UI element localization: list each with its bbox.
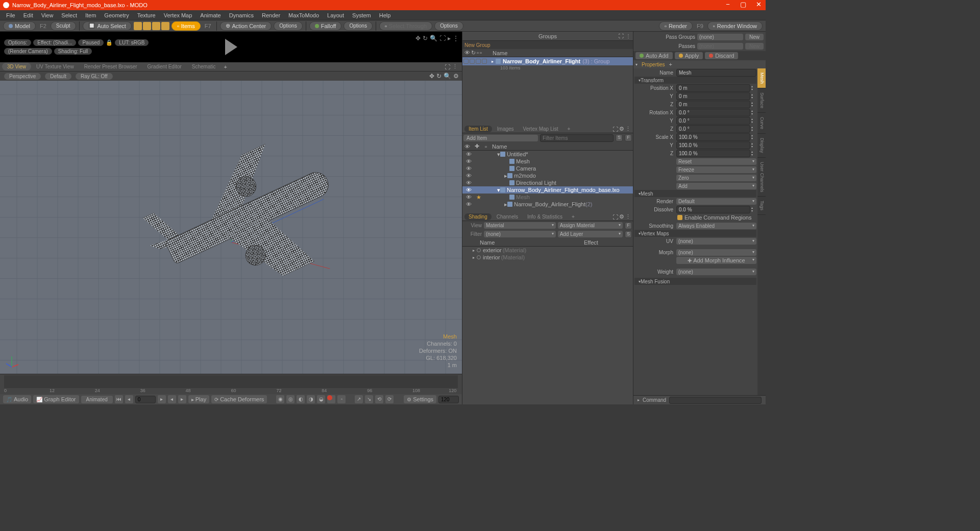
command-input[interactable] bbox=[669, 397, 762, 404]
morph-select[interactable]: (none) bbox=[676, 249, 756, 256]
eye-icon[interactable]: 👁 bbox=[463, 151, 474, 157]
eye-icon[interactable]: 👁 bbox=[463, 158, 474, 164]
first-frame-button[interactable]: ⏮ bbox=[115, 395, 123, 403]
tab-channels[interactable]: Channels bbox=[493, 213, 522, 220]
add-select[interactable]: Add bbox=[676, 183, 756, 189]
record-button[interactable] bbox=[327, 395, 335, 403]
vertex-maps-section[interactable]: Vertex Maps bbox=[634, 230, 756, 237]
tab-vertex-maps[interactable]: Vertex Map List bbox=[519, 126, 562, 132]
gear-icon[interactable]: ⚙ bbox=[619, 126, 624, 132]
side-tab-curve[interactable]: Curve bbox=[757, 113, 766, 134]
tab-item-list[interactable]: Item List bbox=[464, 126, 492, 132]
play-button[interactable]: ▸ bbox=[178, 395, 186, 403]
expand-icon[interactable]: ⛶ bbox=[619, 33, 624, 39]
weight-select[interactable]: (none) bbox=[676, 269, 756, 275]
pan-icon[interactable]: ✥ bbox=[429, 73, 434, 80]
falloff-button[interactable]: Falloff bbox=[309, 21, 342, 31]
cache-deformers-button[interactable]: ⟳ Cache Deformers bbox=[211, 395, 267, 403]
material-row[interactable]: ▸interior(Material) bbox=[462, 254, 633, 261]
preview-paused[interactable]: Paused bbox=[78, 39, 104, 46]
mesh-section[interactable]: Mesh bbox=[634, 190, 756, 197]
new-group-button[interactable]: New Group bbox=[462, 41, 633, 49]
poly-mode-icon[interactable] bbox=[152, 22, 160, 30]
animated-select[interactable]: Animated bbox=[81, 396, 113, 403]
uv-select[interactable]: (none) bbox=[676, 238, 756, 245]
tl-icon1[interactable]: ◉ bbox=[276, 395, 284, 403]
pos-x-input[interactable] bbox=[676, 84, 750, 92]
view-select[interactable]: Material bbox=[484, 222, 556, 229]
raygl-select[interactable]: Ray GL: Off bbox=[76, 73, 113, 80]
menu-help[interactable]: Help bbox=[375, 10, 395, 20]
tab-properties[interactable]: Properties bbox=[638, 61, 669, 68]
rotate-icon[interactable]: ↻ bbox=[436, 73, 442, 80]
menu-vertex-map[interactable]: Vertex Map bbox=[160, 10, 197, 20]
tab-gradient[interactable]: Gradient Editor bbox=[142, 63, 187, 70]
vertex-mode-icon[interactable] bbox=[134, 22, 142, 30]
items-button[interactable]: ▫Items bbox=[172, 21, 201, 31]
pos-y-input[interactable] bbox=[676, 92, 750, 100]
discard-button[interactable]: Discard bbox=[705, 52, 738, 59]
passes-select[interactable]: (none) bbox=[697, 43, 743, 50]
smoothing-select[interactable]: Always Enabled bbox=[676, 223, 756, 229]
eye-icon[interactable]: 👁 bbox=[463, 180, 474, 186]
auto-add-button[interactable]: Auto Add bbox=[635, 52, 673, 59]
tl-icon7[interactable]: ↗ bbox=[355, 395, 363, 403]
tab-3d-view[interactable]: 3D View bbox=[2, 63, 31, 70]
axis-gizmo-icon[interactable] bbox=[4, 354, 19, 370]
preview-shading[interactable]: Shading: Full bbox=[54, 48, 92, 55]
select-through-button[interactable]: ▫Select Through bbox=[379, 21, 432, 31]
menu-icon[interactable]: ⋮ bbox=[625, 213, 631, 220]
timeline-track[interactable] bbox=[4, 375, 458, 388]
name-input[interactable] bbox=[676, 69, 756, 77]
reset-select[interactable]: Reset bbox=[676, 158, 756, 165]
f-button[interactable]: F bbox=[625, 222, 632, 229]
render-window-button[interactable]: ▫Render Window bbox=[707, 21, 763, 31]
eye-icon[interactable]: 👁 bbox=[463, 173, 474, 179]
tab-images[interactable]: Images bbox=[493, 126, 518, 132]
item-row[interactable]: 👁▸ m2modo bbox=[462, 172, 633, 179]
scale-x-input[interactable] bbox=[676, 133, 750, 141]
eye-icon[interactable]: 👁 bbox=[463, 201, 474, 207]
options-button-1[interactable]: Options bbox=[274, 21, 302, 31]
tab-schematic[interactable]: Schematic bbox=[187, 63, 221, 70]
expand-icon[interactable]: ⛶ bbox=[445, 64, 450, 70]
new-passgroup-button[interactable]: New bbox=[745, 34, 764, 40]
add-layer-button[interactable]: Add Layer bbox=[558, 231, 623, 237]
tl-icon2[interactable]: ◎ bbox=[286, 395, 295, 403]
side-tab-user-channels[interactable]: User Channels bbox=[757, 158, 766, 197]
tl-icon9[interactable]: ⟲ bbox=[375, 395, 383, 403]
audio-button[interactable]: 🎵 Audio bbox=[3, 395, 31, 403]
tab-uv[interactable]: UV Texture View bbox=[31, 63, 79, 70]
menu-system[interactable]: System bbox=[348, 10, 375, 20]
menu-texture[interactable]: Texture bbox=[133, 10, 160, 20]
close-button[interactable]: ✕ bbox=[754, 1, 763, 9]
tl-icon10[interactable]: ⟳ bbox=[385, 395, 394, 403]
side-tab-display[interactable]: Display bbox=[757, 134, 766, 158]
chevron-right-icon[interactable]: ▸ bbox=[448, 35, 451, 42]
material-row[interactable]: ▸exterior(Material) bbox=[462, 247, 633, 254]
gear-icon[interactable]: ⚙ bbox=[619, 213, 624, 220]
tab-add[interactable]: + bbox=[669, 61, 672, 67]
tab-add[interactable]: + bbox=[564, 126, 575, 132]
options-button-3[interactable]: Options bbox=[434, 21, 463, 31]
preview-lut[interactable]: LUT: sRGB bbox=[115, 39, 149, 46]
scale-y-input[interactable] bbox=[676, 141, 750, 149]
star-icon[interactable]: ★ bbox=[474, 194, 484, 201]
auto-select-button[interactable]: 🔲Auto Select bbox=[83, 21, 132, 31]
render-select[interactable]: Default bbox=[676, 198, 756, 205]
pass-groups-select[interactable]: (none) bbox=[697, 34, 743, 40]
model-button[interactable]: Model bbox=[3, 21, 36, 31]
tab-shading[interactable]: Shading bbox=[464, 213, 492, 220]
add-morph-button[interactable]: ✚ Add Morph Influence bbox=[676, 257, 756, 264]
menu-maxtomodo[interactable]: MaxToModo bbox=[284, 10, 323, 20]
s-button[interactable]: S bbox=[616, 134, 623, 141]
menu-edit[interactable]: Edit bbox=[19, 10, 37, 20]
lock-icon[interactable]: 🔒 bbox=[106, 39, 113, 46]
preview-effect[interactable]: Effect: (Shadi... bbox=[33, 39, 76, 46]
expand-icon[interactable]: ⛶ bbox=[612, 126, 618, 132]
item-row[interactable]: 👁★ Mesh bbox=[462, 194, 633, 201]
preview-options[interactable]: Options: bbox=[4, 39, 31, 46]
tab-render-preset[interactable]: Render Preset Browser bbox=[79, 63, 142, 70]
menu-geometry[interactable]: Geometry bbox=[100, 10, 133, 20]
next-key-button[interactable]: ▸ bbox=[158, 395, 166, 403]
